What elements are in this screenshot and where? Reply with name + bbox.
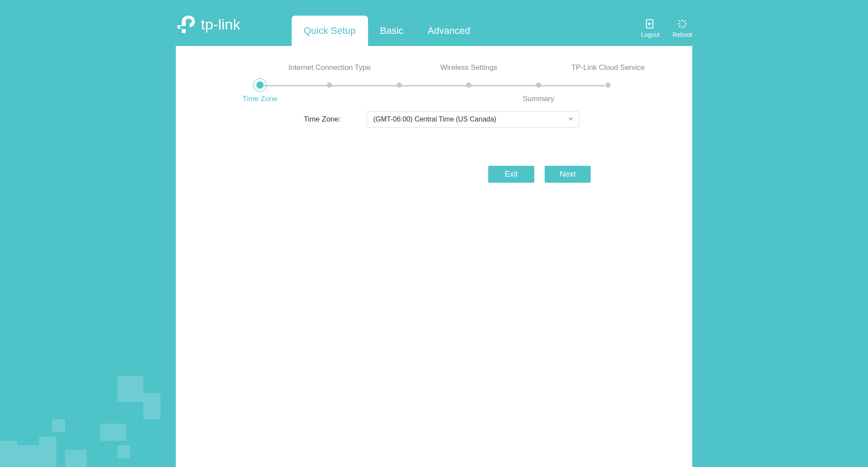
step-label-cloud: TP-Link Cloud Service — [571, 63, 644, 72]
tab-quick-setup[interactable]: Quick Setup — [292, 16, 368, 46]
step-dot — [327, 82, 332, 88]
next-button[interactable]: Next — [545, 166, 591, 183]
exit-button[interactable]: Exit — [488, 166, 534, 183]
step-label-summary: Summary — [523, 95, 554, 103]
reboot-label: Reboot — [673, 31, 692, 38]
step-dot — [536, 82, 541, 88]
timezone-select-wrap: (GMT-06:00) Central Time (US Canada) — [367, 111, 579, 128]
logout-icon — [644, 18, 656, 30]
brand-logo: tp-link — [176, 14, 240, 35]
button-row: Exit Next — [176, 166, 692, 183]
main-nav: Quick Setup Basic Advanced — [292, 16, 483, 46]
step-dot — [466, 82, 471, 88]
step-label-wireless: Wireless Settings — [441, 63, 497, 72]
header-actions: Logout Reboot — [641, 18, 692, 38]
step-dot — [605, 82, 611, 88]
step-label-internet: Internet Connection Type — [289, 63, 371, 72]
step-dot-active — [256, 82, 263, 89]
reboot-icon — [677, 18, 688, 30]
tab-advanced[interactable]: Advanced — [415, 16, 482, 46]
tp-link-logo-icon — [176, 14, 197, 35]
step-label-time-zone: Time Zone — [243, 95, 278, 103]
logout-button[interactable]: Logout — [641, 18, 660, 38]
timezone-selected-value: (GMT-06:00) Central Time (US Canada) — [373, 115, 496, 123]
timezone-row: Time Zone: (GMT-06:00) Central Time (US … — [176, 111, 692, 128]
logout-label: Logout — [641, 31, 660, 38]
chevron-down-icon — [568, 118, 573, 121]
timezone-select[interactable]: (GMT-06:00) Central Time (US Canada) — [367, 111, 579, 128]
timezone-label: Time Zone: — [289, 115, 341, 124]
header: tp-link Quick Setup Basic Advanced Logou… — [176, 0, 692, 46]
tab-basic[interactable]: Basic — [368, 16, 416, 46]
step-dot — [397, 82, 402, 88]
main-panel: Time Zone Internet Connection Type Wirel… — [176, 46, 692, 467]
brand-name: tp-link — [201, 16, 240, 33]
stepper-line — [263, 85, 605, 86]
reboot-button[interactable]: Reboot — [673, 18, 692, 38]
